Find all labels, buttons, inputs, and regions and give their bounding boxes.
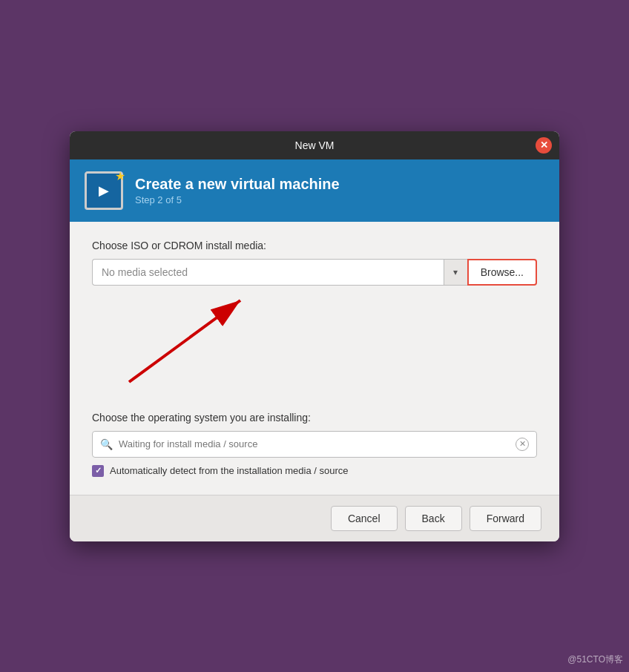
arrow-annotation [70, 286, 559, 404]
os-search-row: 🔍 ✕ [92, 431, 537, 458]
red-arrow-svg [70, 286, 292, 397]
search-icon: 🔍 [100, 438, 113, 450]
forward-button[interactable]: Forward [470, 506, 541, 531]
cancel-button[interactable]: Cancel [331, 506, 398, 531]
media-select[interactable]: No media selected ▾ [92, 259, 467, 286]
titlebar: New VM ✕ [70, 131, 559, 159]
watermark: @51CTO博客 [567, 653, 623, 666]
auto-detect-row: Automatically detect from the installati… [92, 465, 537, 477]
new-vm-dialog: New VM ✕ ★ Create a new virtual machine … [70, 131, 559, 541]
vm-icon: ★ [85, 171, 123, 210]
browse-button[interactable]: Browse... [467, 259, 537, 286]
close-button[interactable]: ✕ [536, 137, 552, 154]
dialog-header: ★ Create a new virtual machine Step 2 of… [70, 159, 559, 222]
header-text: Create a new virtual machine Step 2 of 5 [135, 176, 340, 205]
dialog-content: Choose ISO or CDROM install media: No me… [70, 222, 559, 495]
os-search-input[interactable] [119, 438, 510, 449]
dialog-footer: Cancel Back Forward [70, 495, 559, 541]
back-button[interactable]: Back [405, 506, 462, 531]
auto-detect-checkbox[interactable] [92, 465, 104, 477]
auto-detect-label: Automatically detect from the installati… [110, 465, 349, 476]
media-dropdown-button[interactable]: ▾ [444, 260, 467, 285]
clear-search-button[interactable]: ✕ [516, 438, 529, 451]
header-title: Create a new virtual machine [135, 176, 340, 193]
media-select-text: No media selected [93, 266, 444, 278]
media-section-label: Choose ISO or CDROM install media: [92, 240, 537, 251]
os-section-label: Choose the operating system you are inst… [92, 412, 537, 424]
media-row: No media selected ▾ Browse... [92, 259, 537, 286]
window-title: New VM [295, 139, 335, 151]
os-section: Choose the operating system you are inst… [92, 412, 537, 477]
header-subtitle: Step 2 of 5 [135, 194, 340, 205]
star-icon: ★ [115, 169, 125, 183]
svg-line-1 [129, 300, 240, 382]
